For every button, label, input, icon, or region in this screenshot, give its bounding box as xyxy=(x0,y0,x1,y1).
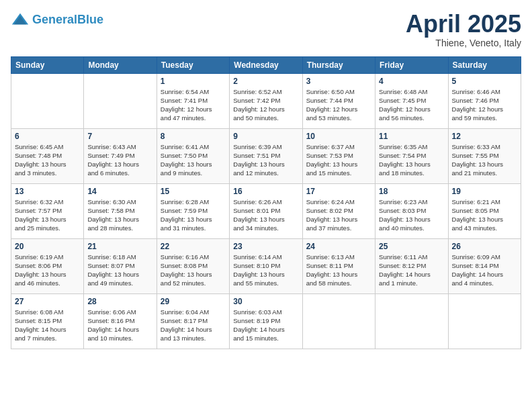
day-info: Sunrise: 6:33 AM Sunset: 7:55 PM Dayligh… xyxy=(452,142,517,178)
day-info: Sunrise: 6:35 AM Sunset: 7:54 PM Dayligh… xyxy=(379,142,444,178)
calendar-cell: 12Sunrise: 6:33 AM Sunset: 7:55 PM Dayli… xyxy=(448,128,521,183)
day-info: Sunrise: 6:28 AM Sunset: 7:59 PM Dayligh… xyxy=(161,197,226,233)
day-number: 2 xyxy=(233,77,298,86)
day-number: 14 xyxy=(87,187,152,196)
day-info: Sunrise: 6:45 AM Sunset: 7:48 PM Dayligh… xyxy=(15,142,80,178)
calendar-cell xyxy=(11,73,84,128)
day-number: 3 xyxy=(306,77,371,86)
day-info: Sunrise: 6:54 AM Sunset: 7:41 PM Dayligh… xyxy=(161,87,226,123)
day-info: Sunrise: 6:06 AM Sunset: 8:16 PM Dayligh… xyxy=(87,308,152,343)
day-info: Sunrise: 6:11 AM Sunset: 8:12 PM Dayligh… xyxy=(379,253,444,288)
weekday-header-cell: Friday xyxy=(375,56,448,73)
calendar-cell: 18Sunrise: 6:23 AM Sunset: 8:03 PM Dayli… xyxy=(375,183,448,238)
calendar-cell: 15Sunrise: 6:28 AM Sunset: 7:59 PM Dayli… xyxy=(157,183,229,238)
day-info: Sunrise: 6:43 AM Sunset: 7:49 PM Dayligh… xyxy=(87,142,152,178)
calendar-cell: 3Sunrise: 6:50 AM Sunset: 7:44 PM Daylig… xyxy=(302,73,375,128)
calendar-cell xyxy=(375,293,448,349)
day-number: 28 xyxy=(87,297,152,306)
calendar-cell: 21Sunrise: 6:18 AM Sunset: 8:07 PM Dayli… xyxy=(84,238,157,293)
calendar-cell: 17Sunrise: 6:24 AM Sunset: 8:02 PM Dayli… xyxy=(302,183,375,238)
calendar-cell: 8Sunrise: 6:41 AM Sunset: 7:50 PM Daylig… xyxy=(157,128,229,183)
day-info: Sunrise: 6:03 AM Sunset: 8:19 PM Dayligh… xyxy=(233,308,298,343)
day-number: 19 xyxy=(452,187,517,196)
day-info: Sunrise: 6:16 AM Sunset: 8:08 PM Dayligh… xyxy=(161,253,226,288)
day-number: 24 xyxy=(306,242,371,251)
day-number: 13 xyxy=(15,187,80,196)
day-info: Sunrise: 6:19 AM Sunset: 8:06 PM Dayligh… xyxy=(15,253,80,288)
day-info: Sunrise: 6:08 AM Sunset: 8:15 PM Dayligh… xyxy=(15,308,80,343)
calendar-cell: 2Sunrise: 6:52 AM Sunset: 7:42 PM Daylig… xyxy=(230,73,302,128)
calendar-cell: 6Sunrise: 6:45 AM Sunset: 7:48 PM Daylig… xyxy=(11,128,84,183)
calendar-table: SundayMondayTuesdayWednesdayThursdayFrid… xyxy=(11,56,521,349)
calendar-cell: 14Sunrise: 6:30 AM Sunset: 7:58 PM Dayli… xyxy=(84,183,157,238)
calendar-cell: 20Sunrise: 6:19 AM Sunset: 8:06 PM Dayli… xyxy=(11,238,84,293)
day-info: Sunrise: 6:48 AM Sunset: 7:45 PM Dayligh… xyxy=(379,87,444,123)
calendar-cell: 27Sunrise: 6:08 AM Sunset: 8:15 PM Dayli… xyxy=(11,293,84,349)
weekday-header-cell: Tuesday xyxy=(157,56,229,73)
day-info: Sunrise: 6:09 AM Sunset: 8:14 PM Dayligh… xyxy=(452,253,517,288)
day-info: Sunrise: 6:37 AM Sunset: 7:53 PM Dayligh… xyxy=(306,142,371,178)
calendar-cell: 7Sunrise: 6:43 AM Sunset: 7:49 PM Daylig… xyxy=(84,128,157,183)
day-number: 30 xyxy=(233,297,298,306)
weekday-header-row: SundayMondayTuesdayWednesdayThursdayFrid… xyxy=(11,56,521,73)
day-number: 15 xyxy=(161,187,226,196)
day-number: 9 xyxy=(233,132,298,141)
calendar-cell xyxy=(448,293,521,349)
day-number: 11 xyxy=(379,132,444,141)
page-header: GeneralBlue April 2025 Thiene, Veneto, I… xyxy=(11,11,521,48)
day-number: 25 xyxy=(379,242,444,251)
calendar-cell: 5Sunrise: 6:46 AM Sunset: 7:46 PM Daylig… xyxy=(448,73,521,128)
calendar-cell: 16Sunrise: 6:26 AM Sunset: 8:01 PM Dayli… xyxy=(230,183,302,238)
day-number: 23 xyxy=(233,242,298,251)
day-info: Sunrise: 6:30 AM Sunset: 7:58 PM Dayligh… xyxy=(87,197,152,233)
title-block: April 2025 Thiene, Veneto, Italy xyxy=(406,11,521,48)
calendar-cell: 24Sunrise: 6:13 AM Sunset: 8:11 PM Dayli… xyxy=(302,238,375,293)
day-number: 6 xyxy=(15,132,80,141)
calendar-week-row: 1Sunrise: 6:54 AM Sunset: 7:41 PM Daylig… xyxy=(11,73,521,128)
weekday-header-cell: Saturday xyxy=(448,56,521,73)
logo-icon xyxy=(11,11,30,30)
day-info: Sunrise: 6:52 AM Sunset: 7:42 PM Dayligh… xyxy=(233,87,298,123)
day-info: Sunrise: 6:46 AM Sunset: 7:46 PM Dayligh… xyxy=(452,87,517,123)
logo-text: GeneralBlue xyxy=(32,13,103,27)
day-number: 12 xyxy=(452,132,517,141)
calendar-week-row: 27Sunrise: 6:08 AM Sunset: 8:15 PM Dayli… xyxy=(11,293,521,349)
day-number: 17 xyxy=(306,187,371,196)
day-number: 26 xyxy=(452,242,517,251)
month-title: April 2025 xyxy=(406,11,521,38)
calendar-cell xyxy=(302,293,375,349)
calendar-cell: 19Sunrise: 6:21 AM Sunset: 8:05 PM Dayli… xyxy=(448,183,521,238)
day-number: 10 xyxy=(306,132,371,141)
calendar-cell: 30Sunrise: 6:03 AM Sunset: 8:19 PM Dayli… xyxy=(230,293,302,349)
day-number: 21 xyxy=(87,242,152,251)
day-number: 7 xyxy=(87,132,152,141)
weekday-header-cell: Sunday xyxy=(11,56,84,73)
logo: GeneralBlue xyxy=(11,11,103,30)
day-info: Sunrise: 6:04 AM Sunset: 8:17 PM Dayligh… xyxy=(161,308,226,343)
calendar-cell: 4Sunrise: 6:48 AM Sunset: 7:45 PM Daylig… xyxy=(375,73,448,128)
calendar-cell xyxy=(84,73,157,128)
day-number: 18 xyxy=(379,187,444,196)
calendar-cell: 25Sunrise: 6:11 AM Sunset: 8:12 PM Dayli… xyxy=(375,238,448,293)
day-info: Sunrise: 6:21 AM Sunset: 8:05 PM Dayligh… xyxy=(452,197,517,233)
day-info: Sunrise: 6:23 AM Sunset: 8:03 PM Dayligh… xyxy=(379,197,444,233)
day-info: Sunrise: 6:14 AM Sunset: 8:10 PM Dayligh… xyxy=(233,253,298,288)
calendar-body: 1Sunrise: 6:54 AM Sunset: 7:41 PM Daylig… xyxy=(11,73,521,349)
weekday-header-cell: Monday xyxy=(84,56,157,73)
day-number: 16 xyxy=(233,187,298,196)
day-number: 5 xyxy=(452,77,517,86)
weekday-header-cell: Wednesday xyxy=(230,56,302,73)
weekday-header-cell: Thursday xyxy=(302,56,375,73)
calendar-cell: 10Sunrise: 6:37 AM Sunset: 7:53 PM Dayli… xyxy=(302,128,375,183)
day-info: Sunrise: 6:18 AM Sunset: 8:07 PM Dayligh… xyxy=(87,253,152,288)
day-number: 8 xyxy=(161,132,226,141)
calendar-week-row: 13Sunrise: 6:32 AM Sunset: 7:57 PM Dayli… xyxy=(11,183,521,238)
day-info: Sunrise: 6:13 AM Sunset: 8:11 PM Dayligh… xyxy=(306,253,371,288)
calendar-cell: 9Sunrise: 6:39 AM Sunset: 7:51 PM Daylig… xyxy=(230,128,302,183)
day-number: 29 xyxy=(161,297,226,306)
day-info: Sunrise: 6:24 AM Sunset: 8:02 PM Dayligh… xyxy=(306,197,371,233)
day-number: 27 xyxy=(15,297,80,306)
day-number: 20 xyxy=(15,242,80,251)
day-info: Sunrise: 6:39 AM Sunset: 7:51 PM Dayligh… xyxy=(233,142,298,178)
calendar-cell: 28Sunrise: 6:06 AM Sunset: 8:16 PM Dayli… xyxy=(84,293,157,349)
